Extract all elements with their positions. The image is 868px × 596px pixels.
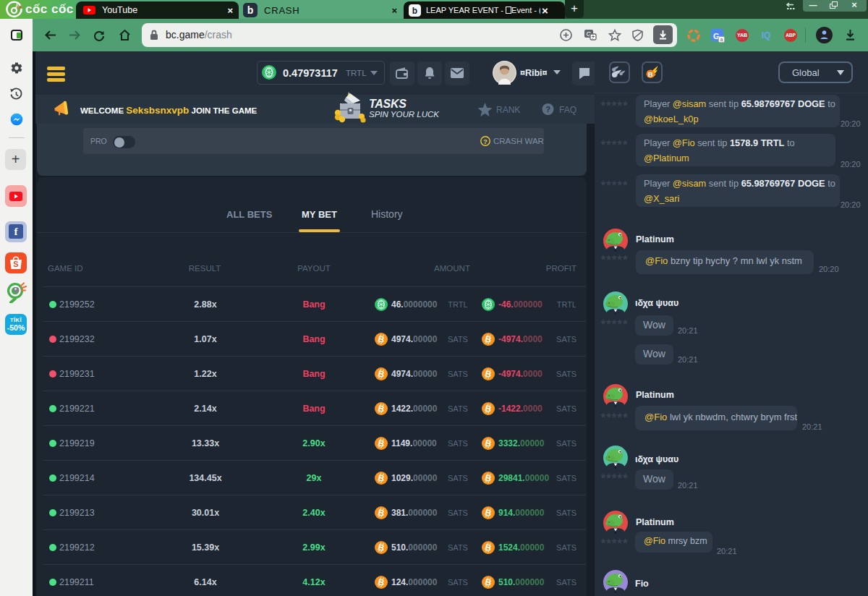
svg-text:S: S xyxy=(13,260,18,268)
svg-text:B: B xyxy=(648,70,653,78)
svg-text:b: b xyxy=(247,4,254,16)
svg-text:?: ? xyxy=(545,105,550,114)
svg-text:?: ? xyxy=(483,137,488,145)
svg-text:b: b xyxy=(412,5,417,15)
